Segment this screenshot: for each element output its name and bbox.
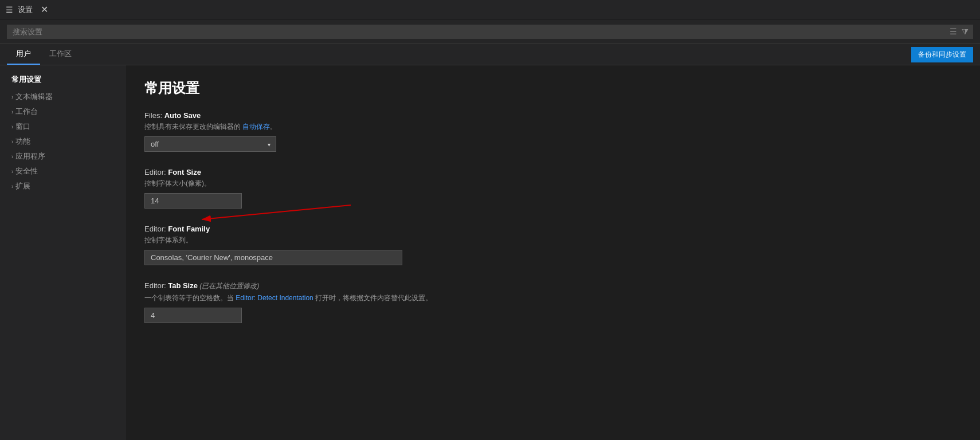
filter-icon: ⧩	[962, 27, 969, 37]
sidebar-item-window[interactable]: › 窗口	[0, 119, 126, 134]
tabs-bar: 用户 工作区 备份和同步设置	[0, 44, 980, 65]
label-prefix: Editor:	[144, 281, 168, 290]
label-bold: Font Size	[168, 168, 201, 176]
label-bold: Tab Size	[168, 281, 198, 290]
sidebar-item-extensions[interactable]: › 扩展	[0, 179, 126, 194]
sidebar-item-application[interactable]: › 应用程序	[0, 149, 126, 164]
setting-block-fontsize: Editor: Font Size 控制字体大小(像素)。	[144, 168, 962, 209]
chevron-icon: ›	[11, 183, 13, 190]
setting-label-fontsize: Editor: Font Size	[144, 168, 962, 176]
chevron-icon: ›	[11, 168, 13, 175]
desc-text: 控制字体大小(像素)。	[144, 179, 211, 187]
autosave-select[interactable]: off afterDelay onFocusChange onWindowCha…	[144, 136, 276, 152]
sidebar-item-features[interactable]: › 功能	[0, 134, 126, 149]
desc-suffix: 打开时，将根据文件内容替代此设置。	[313, 294, 432, 302]
setting-description-tabsize: 一个制表符等于的空格数。当 Editor: Detect Indentation…	[144, 293, 962, 303]
setting-label-autosave: Files: Auto Save	[144, 111, 962, 120]
menu-icon: ☰	[6, 5, 13, 14]
autosave-select-wrapper: off afterDelay onFocusChange onWindowCha…	[144, 136, 276, 152]
settings-container: ☰ ⧩ 用户 工作区 备份和同步设置 常用设置 › 文本编辑器 › 工作台 › …	[0, 20, 980, 440]
tabsize-input[interactable]	[144, 308, 242, 323]
chevron-icon: ›	[11, 109, 13, 115]
tab-workspace[interactable]: 工作区	[40, 44, 81, 65]
sidebar-item-label: 文本编辑器	[15, 92, 53, 102]
chevron-icon: ›	[11, 124, 13, 130]
main-content: 常用设置 Files: Auto Save 控制具有未保存更改的编辑器的 自动保…	[126, 65, 980, 440]
search-input[interactable]	[7, 25, 973, 39]
sidebar-item-label: 扩展	[15, 181, 30, 191]
titlebar: ☰ 设置 ✕	[0, 0, 980, 20]
sidebar-item-label: 窗口	[15, 121, 30, 132]
label-prefix: Editor:	[144, 168, 168, 176]
desc-prefix: 一个制表符等于的空格数。当	[144, 294, 236, 302]
setting-description-fontsize: 控制字体大小(像素)。	[144, 179, 962, 188]
setting-label-fontfamily: Editor: Font Family	[144, 225, 962, 233]
content-title: 常用设置	[144, 79, 962, 97]
detect-indentation-link[interactable]: Editor: Detect Indentation	[236, 294, 313, 302]
tabs-left: 用户 工作区	[7, 44, 81, 65]
modified-tag: (已在其他位置修改)	[198, 282, 259, 290]
settings-body: 常用设置 › 文本编辑器 › 工作台 › 窗口 › 功能 › 应用程序	[0, 65, 980, 440]
setting-block-tabsize: Editor: Tab Size (已在其他位置修改) 一个制表符等于的空格数。…	[144, 281, 962, 323]
chevron-icon: ›	[11, 139, 13, 145]
chevron-icon: ›	[11, 154, 13, 160]
sidebar-item-security[interactable]: › 安全性	[0, 164, 126, 179]
setting-label-tabsize: Editor: Tab Size (已在其他位置修改)	[144, 281, 962, 291]
sidebar-item-label: 功能	[15, 136, 30, 147]
desc-suffix: 。	[270, 123, 277, 131]
sidebar-item-label: 应用程序	[15, 151, 45, 162]
desc-text: 控制具有未保存更改的编辑器的	[144, 123, 242, 131]
sidebar-item-label: 安全性	[15, 166, 38, 176]
list-icon: ☰	[950, 27, 957, 37]
titlebar-title: 设置	[18, 5, 33, 15]
sidebar-item-label: 工作台	[15, 107, 38, 117]
label-bold: Auto Save	[164, 111, 201, 120]
chevron-icon: ›	[11, 94, 13, 100]
sidebar: 常用设置 › 文本编辑器 › 工作台 › 窗口 › 功能 › 应用程序	[0, 65, 126, 440]
sidebar-item-text-editor[interactable]: › 文本编辑器	[0, 89, 126, 104]
setting-description-fontfamily: 控制字体系列。	[144, 235, 962, 245]
fontsize-input-container	[144, 193, 242, 209]
tab-user[interactable]: 用户	[7, 44, 40, 65]
fontfamily-input[interactable]	[144, 250, 402, 265]
label-prefix: Files:	[144, 111, 164, 120]
label-prefix: Editor:	[144, 225, 168, 233]
setting-block-fontfamily: Editor: Font Family 控制字体系列。	[144, 225, 962, 265]
search-bar: ☰ ⧩	[0, 20, 980, 44]
setting-block-autosave: Files: Auto Save 控制具有未保存更改的编辑器的 自动保存。 of…	[144, 111, 962, 152]
desc-text: 控制字体系列。	[144, 236, 193, 244]
sidebar-item-workbench[interactable]: › 工作台	[0, 104, 126, 119]
close-button[interactable]: ✕	[41, 5, 48, 14]
backup-sync-button[interactable]: 备份和同步设置	[911, 47, 973, 62]
autosave-link[interactable]: 自动保存	[242, 123, 270, 131]
sidebar-section-title: 常用设置	[0, 72, 126, 87]
search-icons: ☰ ⧩	[950, 27, 969, 37]
setting-description-autosave: 控制具有未保存更改的编辑器的 自动保存。	[144, 122, 962, 132]
fontsize-input[interactable]	[144, 193, 242, 209]
label-bold: Font Family	[168, 225, 210, 233]
